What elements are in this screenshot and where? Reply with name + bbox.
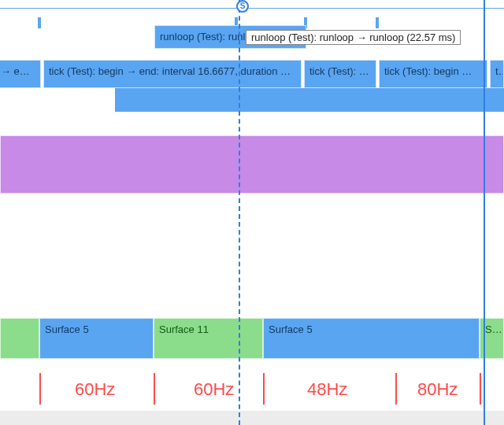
span-tooltip: runloop (Test): runloop → runloop (22.57… [246,30,461,45]
tick-span[interactable]: tick (Test): be… [304,60,376,88]
playhead-cursor[interactable] [239,0,240,425]
footer-strip [0,411,504,425]
tick-span[interactable]: tick (Test): begin → end: interval 16.66… [43,60,302,88]
hz-divider [395,373,397,405]
subtick-gap [0,88,115,112]
tick-span[interactable]: tic [490,60,504,88]
purple-span[interactable] [0,135,504,194]
hz-divider [39,373,41,405]
track-refresh-rate: 60Hz 60Hz 48Hz 80Hz [0,373,504,412]
surface-label: Sur [485,323,502,335]
hz-divider [480,373,481,405]
hz-divider [263,373,265,405]
selection-edge[interactable] [484,0,485,425]
hz-divider [154,373,155,405]
track-tick: …gin → en… tick (Test): begin → end: int… [0,60,504,88]
timeline-ruler [0,8,504,9]
hz-label: 60Hz [75,379,115,400]
track-subtick [0,88,504,112]
track-surface: Surface 5 Surface 11 Surface 5 Sur [0,318,504,359]
tick-span[interactable]: …gin → en… [0,60,41,88]
hz-label: 48Hz [307,379,347,400]
tick-span[interactable]: tick (Test): begin → en… [379,60,487,88]
surface-gap: Surface 11 [154,318,263,359]
surface-span[interactable]: Surface 5 [263,318,480,359]
start-marker-icon[interactable]: S [236,0,249,13]
surface-span[interactable]: Surface 5 [39,318,154,359]
surface-gap [0,318,39,359]
hz-label: 80Hz [417,379,458,400]
surface-label: Surface 11 [159,323,209,335]
track-purple [0,135,504,194]
hz-label: 60Hz [194,379,234,400]
